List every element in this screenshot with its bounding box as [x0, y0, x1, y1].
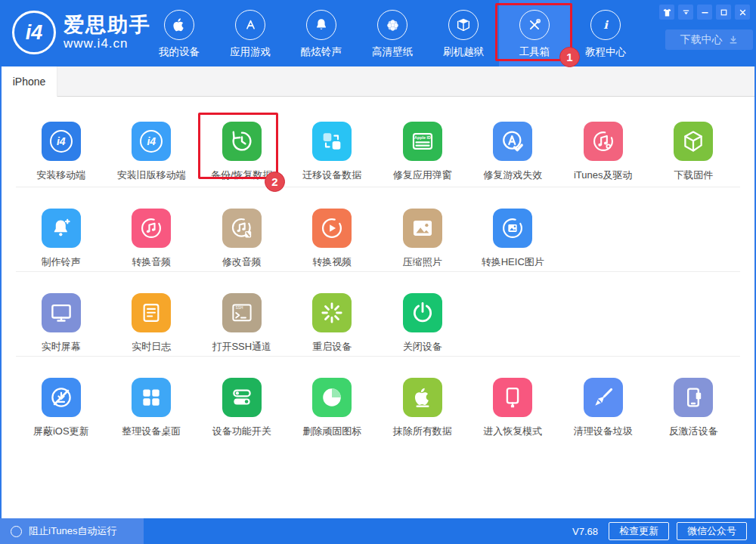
nav-item-toolbox[interactable]: 工具箱	[499, 0, 570, 66]
music-edit-icon	[222, 209, 262, 248]
tile-delete-stubborn-icon[interactable]: 删除顽固图标	[287, 378, 378, 441]
nav-item-wallpapers[interactable]: 高清壁纸	[357, 0, 428, 66]
tile-download-firmware[interactable]: 下载固件	[649, 122, 739, 187]
grid-row-1: i4安装移动端i4安装旧版移动端备份/恢复数据迁移设备数据Apple ID修复应…	[16, 97, 740, 187]
collapse-icon[interactable]	[678, 5, 693, 20]
svg-text:i: i	[603, 18, 609, 31]
info-icon: i	[590, 10, 621, 40]
tile-label: 转换HEIC图片	[482, 255, 544, 269]
tab-bar: iPhone	[2, 66, 754, 97]
wechat-button[interactable]: 微信公众号	[677, 522, 747, 540]
nav-item-label: 工具箱	[519, 45, 550, 59]
app-title: 爱思助手	[64, 14, 151, 36]
tile-clean-junk[interactable]: 清理设备垃圾	[558, 378, 649, 441]
bell-plus-icon	[42, 209, 81, 248]
tile-erase-all-data[interactable]: 抹除所有数据	[377, 378, 468, 441]
app-url: www.i4.cn	[64, 36, 151, 51]
backup-clock-icon	[222, 122, 262, 161]
window-body: iPhone i4安装移动端i4安装旧版移动端备份/恢复数据迁移设备数据Appl…	[0, 66, 756, 518]
nav-item-ringtones[interactable]: 酷炫铃声	[286, 0, 357, 66]
tile-label: 删除顽固图标	[302, 425, 361, 438]
tile-label: 整理设备桌面	[122, 425, 181, 438]
apple-erase-icon	[403, 378, 442, 417]
tile-label: 修复游戏失效	[483, 168, 542, 182]
tile-label: 转换视频	[312, 255, 352, 269]
minimize-icon[interactable]	[697, 5, 712, 20]
download-center-button[interactable]: 下载中心	[665, 29, 753, 50]
version-text: V7.68	[572, 526, 598, 537]
tile-label: 设备功能开关	[212, 425, 271, 438]
tile-label: 压缩照片	[403, 255, 442, 269]
tile-fix-app-popup[interactable]: Apple ID修复应用弹窗	[377, 122, 468, 187]
status-buttons: 检查更新微信公众号	[609, 522, 747, 540]
tile-label: 反激活设备	[669, 425, 718, 438]
nav-item-my-devices[interactable]: 我的设备	[144, 0, 215, 66]
tile-label: 安装移动端	[36, 168, 85, 182]
tile-label: 修改音频	[222, 255, 262, 269]
tile-compress-photo[interactable]: 压缩照片	[377, 209, 468, 271]
block-itunes-label: 阻止iTunes自动运行	[29, 524, 117, 538]
nav-item-apps-games[interactable]: 应用游戏	[215, 0, 286, 66]
tile-migrate-data[interactable]: 迁移设备数据	[287, 122, 378, 187]
close-icon[interactable]	[735, 5, 750, 20]
grid-row-4: 屏蔽iOS更新整理设备桌面设备功能开关删除顽固图标抹除所有数据进入恢复模式清理设…	[16, 357, 740, 441]
grid-row-3: 实时屏幕实时日志SSH打开SSH通道重启设备关闭设备	[16, 272, 740, 357]
tile-install-mobile[interactable]: i4安装移动端	[16, 122, 107, 187]
i4-app-icon: i4	[132, 122, 171, 161]
tile-label: 屏蔽iOS更新	[33, 425, 89, 438]
block-itunes-toggle[interactable]: 阻止iTunes自动运行	[0, 518, 144, 544]
theme-shirt-icon[interactable]	[659, 5, 674, 20]
tile-label: 修复应用弹窗	[393, 168, 452, 182]
tile-organize-desktop[interactable]: 整理设备桌面	[107, 378, 197, 441]
toggle-circle-icon	[11, 526, 22, 537]
app-logo: i4 爱思助手 www.i4.cn	[12, 11, 151, 54]
tile-label: 实时屏幕	[42, 340, 81, 354]
check-update-button[interactable]: 检查更新	[609, 522, 669, 540]
play-circle-icon	[312, 209, 352, 248]
status-bar: 阻止iTunes自动运行 V7.68 检查更新微信公众号	[0, 518, 756, 544]
phone-deactivate-icon	[674, 378, 713, 417]
ssh-terminal-icon: SSH	[222, 293, 262, 332]
tile-itunes-driver[interactable]: iTunes及驱动	[558, 122, 649, 187]
svg-text:SSH: SSH	[235, 306, 243, 310]
tile-make-ringtone[interactable]: 制作铃声	[16, 209, 107, 271]
tile-open-ssh[interactable]: SSH打开SSH通道	[197, 293, 287, 356]
photo-icon	[403, 209, 442, 248]
tile-device-switches[interactable]: 设备功能开关	[197, 378, 287, 441]
tile-label: 实时日志	[132, 340, 171, 354]
nav-item-label: 刷机越狱	[443, 45, 484, 59]
tile-live-screen[interactable]: 实时屏幕	[16, 293, 107, 356]
nav-item-label: 应用游戏	[230, 45, 271, 59]
nav-item-tutorials[interactable]: i教程中心	[570, 0, 641, 66]
bell-icon	[306, 10, 336, 40]
toolbox-icon	[519, 10, 550, 40]
tile-convert-video[interactable]: 转换视频	[287, 209, 378, 271]
tile-convert-heic[interactable]: 转换HEIC图片	[468, 209, 559, 271]
tile-label: 迁移设备数据	[302, 168, 361, 182]
tile-live-log[interactable]: 实时日志	[107, 293, 197, 356]
tile-backup-restore[interactable]: 备份/恢复数据	[197, 122, 287, 187]
tile-enter-recovery[interactable]: 进入恢复模式	[468, 378, 559, 441]
appstore-icon	[235, 10, 265, 40]
header: i4 爱思助手 www.i4.cn 我的设备应用游戏酷炫铃声高清壁纸刷机越狱工具…	[0, 0, 756, 66]
tile-reboot-device[interactable]: 重启设备	[287, 293, 378, 356]
tile-convert-audio[interactable]: 转换音频	[107, 209, 197, 271]
tile-edit-audio[interactable]: 修改音频	[197, 209, 287, 271]
download-center-label: 下载中心	[680, 33, 723, 47]
tile-deactivate-device[interactable]: 反激活设备	[649, 378, 739, 441]
tile-label: 备份/恢复数据	[211, 168, 273, 182]
nav-item-flash-jailbreak[interactable]: 刷机越狱	[428, 0, 499, 66]
spinner-icon	[312, 293, 352, 332]
tile-fix-game-invalid[interactable]: 修复游戏失效	[468, 122, 559, 187]
monitor-icon	[42, 293, 81, 332]
tile-block-ios-update[interactable]: 屏蔽iOS更新	[16, 378, 107, 441]
tile-label: 下载固件	[674, 168, 713, 182]
main-nav: 我的设备应用游戏酷炫铃声高清壁纸刷机越狱工具箱i教程中心	[144, 0, 641, 66]
tile-label: 打开SSH通道	[212, 340, 271, 354]
tile-shutdown-device[interactable]: 关闭设备	[377, 293, 468, 356]
tile-label: 制作铃声	[42, 255, 81, 269]
tab-iphone[interactable]: iPhone	[2, 66, 57, 97]
jailbreak-box-icon	[448, 10, 479, 40]
tile-install-old-mobile[interactable]: i4安装旧版移动端	[107, 122, 197, 187]
maximize-icon[interactable]	[716, 5, 731, 20]
